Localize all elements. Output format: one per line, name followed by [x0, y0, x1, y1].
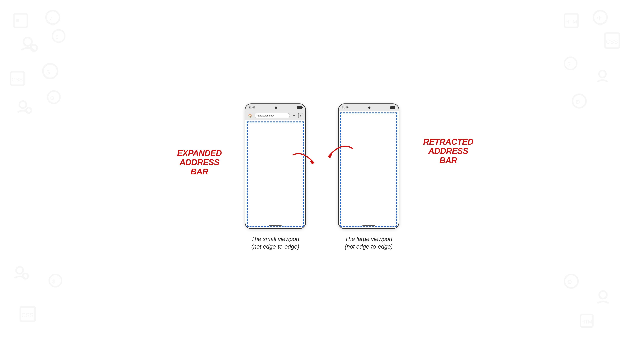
expanded-camera	[275, 106, 277, 109]
retracted-status-bar: 11:45	[339, 104, 399, 111]
url-text: https://web.dev/	[257, 114, 274, 117]
expanded-home-bar	[269, 225, 282, 226]
expanded-dashed-border	[247, 121, 304, 227]
phones-container: Expanded Address Bar 11:45	[245, 103, 399, 251]
expanded-annotation: Expanded Address Bar	[177, 148, 222, 176]
expanded-battery	[297, 106, 302, 109]
expanded-time: 11:45	[248, 106, 255, 109]
retracted-battery	[390, 106, 396, 109]
retracted-viewport	[339, 111, 399, 228]
retracted-dashed-border	[340, 112, 397, 227]
retracted-annotation: Retracted Address Bar	[423, 137, 473, 165]
retracted-phone-section: Retracted Address Bar 11:45	[338, 103, 399, 251]
expanded-phone-section: Expanded Address Bar 11:45	[245, 103, 306, 251]
retracted-home-bar	[362, 225, 375, 226]
expanded-status-bar: 11:45	[245, 104, 305, 111]
home-button[interactable]: 🏠	[247, 113, 253, 119]
retracted-time: 11:45	[342, 106, 348, 109]
url-bar[interactable]: https://web.dev/	[255, 113, 290, 118]
retracted-camera	[368, 106, 370, 109]
tabs-button[interactable]: 5	[298, 113, 303, 118]
main-content: Expanded Address Bar 11:45	[0, 0, 644, 362]
retracted-label: Retracted Address Bar	[423, 137, 473, 165]
retracted-caption: The large viewport (not edge-to-edge)	[345, 235, 393, 251]
expanded-address-bar: 🏠 https://web.dev/ + 5	[245, 111, 305, 120]
expanded-label: Expanded Address Bar	[177, 148, 222, 176]
expanded-viewport	[245, 120, 305, 228]
retracted-arrow	[316, 144, 356, 166]
expanded-caption: The small viewport (not edge-to-edge)	[251, 235, 300, 251]
new-tab-button[interactable]: +	[292, 113, 296, 118]
retracted-phone: 11:45	[338, 103, 399, 229]
